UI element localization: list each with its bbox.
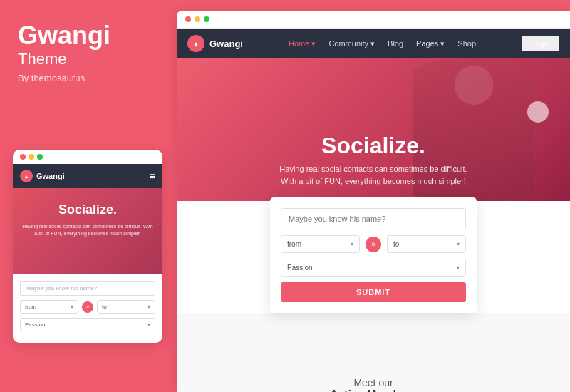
members-subtitle: Active Members <box>191 388 556 392</box>
passion-label: Passion <box>25 321 45 328</box>
submit-button[interactable]: SUBMIT <box>281 282 466 302</box>
nav-shop[interactable]: Shop <box>457 39 476 48</box>
mockup-hero-desc: Having real social contacts can sometime… <box>21 223 154 237</box>
brand-title: Gwangi <box>18 21 159 50</box>
to-select[interactable]: to ▾ <box>387 235 466 253</box>
mockup-logo: Gwangi <box>20 170 65 182</box>
dot-green <box>37 154 43 160</box>
mockup-hero: Socialize. Having real social contacts c… <box>13 188 162 274</box>
nav-home[interactable]: Home ▾ <box>289 39 316 48</box>
to-label: to <box>102 304 107 310</box>
age-range-row: from ▾ » to ▾ <box>281 235 466 253</box>
desktop-hero-content: Socialize. Having real social contacts c… <box>191 133 556 187</box>
members-section: Meet our Active Members <box>177 313 570 392</box>
arrow-circle-btn[interactable]: » <box>366 237 381 252</box>
desktop-titlebar <box>177 11 570 29</box>
passion-select-text: Passion <box>287 264 313 272</box>
desktop-dot-yellow <box>195 16 200 22</box>
mockup-titlebar <box>13 150 162 164</box>
desktop-hero: Socialize. Having real social contacts c… <box>177 58 570 201</box>
mockup-nav: Gwangi ≡ <box>13 164 162 188</box>
name-search-input[interactable] <box>281 208 466 229</box>
mockup-from-select[interactable]: from ▾ <box>20 300 78 314</box>
members-title: Meet our <box>191 377 556 388</box>
mobile-mockup: Gwangi ≡ Socialize. Having real social c… <box>13 150 162 343</box>
from-chevron-icon: ▾ <box>351 241 353 247</box>
brand-by: By themosaurus <box>18 73 159 83</box>
from-select[interactable]: from ▾ <box>281 235 360 253</box>
desktop-nav-links: Home ▾ Community ▾ Blog Pages ▾ Shop <box>289 39 476 48</box>
hero-wrapper: Socialize. Having real social contacts c… <box>177 58 570 313</box>
desktop-dot-green <box>204 16 209 22</box>
passion-chevron: ▾ <box>147 321 150 328</box>
nav-pages[interactable]: Pages ▾ <box>416 39 445 48</box>
search-form: from ▾ » to ▾ Passion ▾ SUBMIT <box>270 197 477 313</box>
from-chevron: ▾ <box>71 304 73 310</box>
to-chevron: ▾ <box>147 304 150 310</box>
from-select-text: from <box>287 240 351 248</box>
mockup-arrow-btn[interactable]: » <box>82 301 93 313</box>
desktop-nav: ▲ Gwangi Home ▾ Community ▾ Blog Pages ▾… <box>177 29 570 58</box>
desktop-hero-desc: Having real social contacts can sometime… <box>191 163 556 187</box>
to-select-text: to <box>393 240 457 248</box>
search-form-wrapper: from ▾ » to ▾ Passion ▾ SUBMIT <box>177 197 570 313</box>
desktop-logo-icon: ▲ <box>187 35 204 52</box>
passion-chevron-icon: ▾ <box>457 264 460 271</box>
left-panel: Gwangi Theme By themosaurus Gwangi ≡ Soc… <box>0 0 177 392</box>
mockup-logo-text: Gwangi <box>36 172 65 180</box>
desktop-logo: ▲ Gwangi <box>187 35 243 52</box>
hero-circle <box>527 101 549 123</box>
nav-blog[interactable]: Blog <box>388 39 403 48</box>
mockup-logo-icon <box>20 170 33 182</box>
desktop-mockup: ▲ Gwangi Home ▾ Community ▾ Blog Pages ▾… <box>177 11 570 392</box>
from-label: from <box>25 304 36 310</box>
login-button[interactable]: Login <box>522 36 559 51</box>
passion-select[interactable]: Passion ▾ <box>281 259 466 277</box>
mockup-passion-select[interactable]: Passion ▾ <box>20 318 155 331</box>
desktop-dot-red <box>185 16 191 22</box>
nav-community[interactable]: Community ▾ <box>328 39 375 48</box>
to-chevron-icon: ▾ <box>457 241 460 247</box>
brand-subtitle: Theme <box>18 50 159 68</box>
mockup-name-input[interactable]: Maybe you know his name? <box>20 281 155 296</box>
dot-red <box>20 154 26 160</box>
hero-person-head <box>455 66 494 105</box>
hamburger-icon[interactable]: ≡ <box>150 170 155 182</box>
mockup-hero-title: Socialize. <box>21 202 154 217</box>
mockup-form: Maybe you know his name? from ▾ » to ▾ P… <box>13 274 162 343</box>
desktop-logo-text: Gwangi <box>209 38 243 49</box>
dot-yellow <box>28 154 34 160</box>
mockup-age-row: from ▾ » to ▾ <box>20 300 155 314</box>
desktop-hero-title: Socialize. <box>191 133 556 159</box>
mockup-to-select[interactable]: to ▾ <box>97 300 155 314</box>
